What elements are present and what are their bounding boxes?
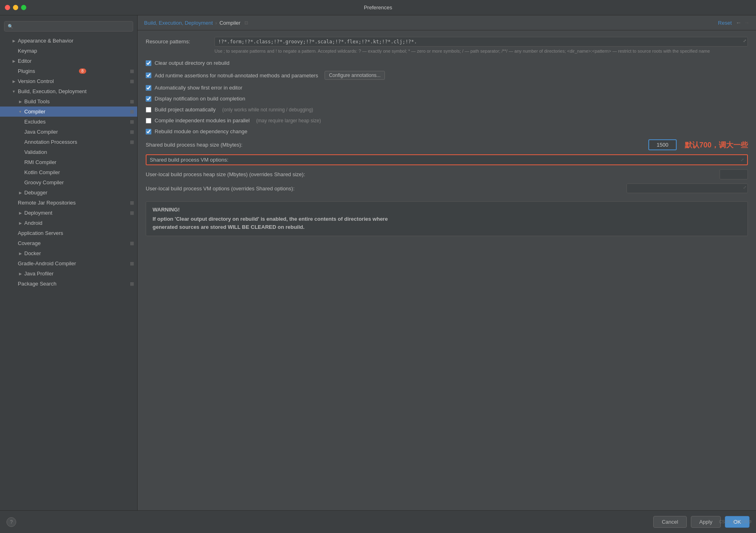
auto-show-error-checkbox[interactable] <box>146 85 151 91</box>
breadcrumb-current: Compiler <box>219 20 240 26</box>
clear-output-label[interactable]: Clear output directory on rebuild <box>155 60 229 66</box>
sidebar-item-debugger[interactable]: ▶ Debugger <box>0 188 137 198</box>
sidebar-item-gradle-android-compiler[interactable]: Gradle-Android Compiler ▦ <box>0 258 137 269</box>
sidebar-item-kotlin-compiler[interactable]: Kotlin Compiler <box>0 167 137 177</box>
breadcrumb-parent[interactable]: Build, Execution, Deployment <box>144 20 213 26</box>
sidebar-item-package-search[interactable]: Package Search ▦ <box>0 279 137 289</box>
checkbox-row-rebuild-module: Rebuild module on dependency change <box>146 128 748 135</box>
sidebar-item-java-compiler[interactable]: Java Compiler ▦ <box>0 127 137 137</box>
nav-arrows: ← → <box>736 19 750 26</box>
shared-vm-input[interactable] <box>445 157 737 163</box>
resource-input-wrap: ⤢ Use ; to separate patterns and ! to ne… <box>214 37 748 54</box>
grid-icon: ▦ <box>130 281 134 286</box>
titlebar: Preferences <box>0 0 756 15</box>
sidebar-item-label: Deployment <box>24 210 52 216</box>
sidebar-item-label: Coverage <box>18 240 40 246</box>
user-heap-row: User-local build process heap size (Mbyt… <box>146 169 748 179</box>
rebuild-module-checkbox[interactable] <box>146 129 151 134</box>
sidebar-item-android[interactable]: ▶ Android <box>0 218 137 228</box>
nav-forward-button[interactable]: → <box>744 19 750 26</box>
add-runtime-label[interactable]: Add runtime assertions for notnull-annot… <box>155 72 318 79</box>
content-body: Resource patterns: ⤢ Use ; to separate p… <box>138 30 756 510</box>
configure-annotations-button[interactable]: Configure annotations... <box>325 71 385 80</box>
sidebar-item-plugins[interactable]: Plugins 8 ▦ <box>0 66 137 76</box>
sidebar-item-build-tools[interactable]: ▶ Build Tools ▦ <box>0 96 137 107</box>
breadcrumb-separator: › <box>215 20 217 26</box>
warning-body: If option 'Clear output directory on reb… <box>153 215 741 231</box>
sidebar-item-editor[interactable]: ▶ Editor <box>0 56 137 66</box>
sidebar-item-validation[interactable]: Validation <box>0 147 137 157</box>
apply-button[interactable]: Apply <box>691 516 721 528</box>
cancel-button[interactable]: Cancel <box>653 516 686 528</box>
sidebar-item-annotation-processors[interactable]: Annotation Processors ▦ <box>0 137 137 147</box>
sidebar-item-version-control[interactable]: ▶ Version Control ▦ <box>0 76 137 86</box>
expand-icon[interactable]: ⤢ <box>743 185 746 190</box>
sidebar-item-label: Appearance & Behavior <box>18 38 73 44</box>
build-auto-inner: Build project automatically <box>146 106 216 113</box>
chevron-down-icon: ▼ <box>11 89 16 94</box>
build-auto-checkbox[interactable] <box>146 107 151 113</box>
pin-icon: ⊡ <box>244 20 248 26</box>
sidebar-item-build-execution-deployment[interactable]: ▼ Build, Execution, Deployment <box>0 86 137 96</box>
build-auto-note: (only works while not running / debuggin… <box>222 107 313 113</box>
compile-parallel-note: (may require larger heap size) <box>256 118 321 124</box>
expand-icon[interactable]: ⤢ <box>743 38 746 43</box>
resource-patterns-input[interactable] <box>214 37 748 47</box>
nav-back-button[interactable]: ← <box>736 19 741 26</box>
sidebar-item-label: Docker <box>24 250 41 256</box>
grid-icon: ▦ <box>130 200 134 205</box>
minimize-button[interactable] <box>13 5 18 10</box>
clear-output-checkbox[interactable] <box>146 60 151 66</box>
sidebar-item-label: Validation <box>24 149 47 155</box>
user-heap-input[interactable] <box>720 169 748 179</box>
maximize-button[interactable] <box>21 5 26 10</box>
sidebar-item-java-profiler[interactable]: ▶ Java Profiler <box>0 269 137 279</box>
sidebar-item-deployment[interactable]: ▶ Deployment ▦ <box>0 208 137 218</box>
search-input[interactable] <box>16 23 130 29</box>
compile-parallel-label[interactable]: Compile independent modules in parallel <box>155 117 250 124</box>
display-notification-label[interactable]: Display notification on build completion <box>155 96 245 102</box>
sidebar-item-compiler[interactable]: ▼ Compiler ▦ <box>0 107 137 117</box>
checkbox-row-add-runtime: Add runtime assertions for notnull-annot… <box>146 70 748 81</box>
auto-show-error-label[interactable]: Automatically show first error in editor <box>155 85 242 91</box>
sidebar-item-appearance-behavior[interactable]: ▶ Appearance & Behavior <box>0 36 137 46</box>
grid-icon: ▦ <box>130 109 134 114</box>
user-vm-input[interactable] <box>626 183 748 193</box>
sidebar-item-application-servers[interactable]: Application Servers <box>0 228 137 238</box>
checkbox-row-build-auto: Build project automatically (only works … <box>146 106 748 113</box>
grid-icon: ▦ <box>130 210 134 215</box>
sidebar-item-rmi-compiler[interactable]: RMI Compiler <box>0 157 137 167</box>
resource-patterns-label: Resource patterns: <box>146 37 210 45</box>
display-notification-checkbox[interactable] <box>146 96 151 102</box>
grid-icon: ▦ <box>130 99 134 104</box>
sidebar-item-groovy-compiler[interactable]: Groovy Compiler <box>0 177 137 188</box>
search-box[interactable]: 🔍 <box>4 21 133 32</box>
plugins-badge: 8 <box>79 68 86 74</box>
chevron-right-icon: ▶ <box>11 38 16 43</box>
checkbox-row-display-notification: Display notification on build completion <box>146 95 748 102</box>
grid-icon: ▦ <box>130 79 134 84</box>
sidebar-item-remote-jar-repositories[interactable]: Remote Jar Repositories ▦ <box>0 198 137 208</box>
sidebar-item-excludes[interactable]: Excludes ▦ <box>0 117 137 127</box>
warning-bold-text: If option 'Clear output directory on reb… <box>153 216 388 230</box>
sidebar-item-label: Excludes <box>24 119 46 125</box>
build-auto-label[interactable]: Build project automatically <box>155 107 216 113</box>
bottom-bar: ? Cancel Apply OK <box>0 510 756 533</box>
expand-icon[interactable]: ⤢ <box>741 158 744 162</box>
shared-heap-label: Shared build process heap size (Mbytes): <box>146 142 644 148</box>
reset-button[interactable]: Reset <box>718 20 732 26</box>
add-runtime-checkbox[interactable] <box>146 72 151 78</box>
sidebar-item-label: RMI Compiler <box>24 159 56 165</box>
sidebar-item-label: Java Compiler <box>24 129 58 135</box>
sidebar-item-keymap[interactable]: Keymap <box>0 46 137 56</box>
compile-parallel-checkbox[interactable] <box>146 118 151 124</box>
sidebar-item-coverage[interactable]: Coverage ▦ <box>0 238 137 248</box>
help-button[interactable]: ? <box>6 517 16 527</box>
sidebar-item-docker[interactable]: ▶ Docker <box>0 248 137 258</box>
close-button[interactable] <box>5 5 10 10</box>
shared-heap-input[interactable] <box>648 139 677 150</box>
traffic-lights <box>5 5 26 10</box>
grid-icon: ▦ <box>130 129 134 134</box>
search-icon: 🔍 <box>8 24 13 29</box>
rebuild-module-label[interactable]: Rebuild module on dependency change <box>155 128 247 134</box>
